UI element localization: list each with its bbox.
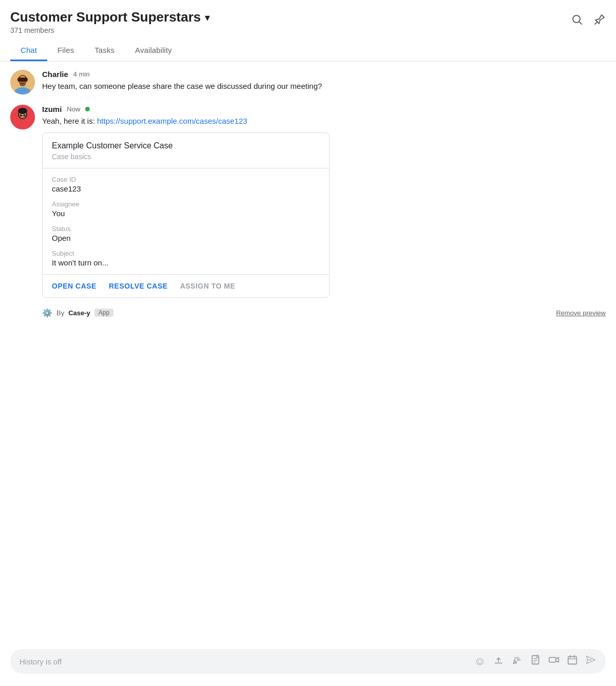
charlie-name: Charlie (42, 70, 68, 79)
svg-point-21 (20, 115, 21, 116)
remove-preview-link[interactable]: Remove preview (556, 309, 606, 317)
case-card-actions: OPEN CASE RESOLVE CASE ASSIGN TO ME (43, 275, 329, 297)
case-id-label: Case ID (52, 176, 320, 183)
group-name: Customer Support Superstars (10, 9, 201, 25)
izumi-text-prefix: Yeah, here it is: (42, 117, 97, 125)
app-badge: App (94, 309, 113, 317)
bottom-bar-wrap: History is off ☺ (0, 641, 616, 686)
header-title: Customer Support Superstars ▾ (10, 9, 210, 25)
svg-point-11 (24, 80, 25, 81)
svg-rect-24 (532, 656, 539, 664)
svg-rect-8 (17, 78, 28, 82)
by-prefix: By (56, 309, 64, 317)
charlie-avatar-img (10, 70, 35, 94)
charlie-time: 4 min (73, 70, 90, 78)
header-icons (571, 13, 606, 26)
calendar-icon[interactable] (567, 654, 578, 669)
send-button[interactable] (585, 654, 596, 669)
svg-rect-29 (568, 657, 577, 664)
case-link[interactable]: https://support.example.com/cases/case12… (97, 117, 247, 125)
case-card-title: Example Customer Service Case (52, 141, 320, 150)
header-left: Customer Support Superstars ▾ 371 member… (10, 9, 210, 34)
svg-rect-23 (495, 663, 503, 664)
docs-icon[interactable] (530, 654, 541, 669)
subject-label: Subject (52, 250, 320, 257)
tab-availability[interactable]: Availability (125, 41, 182, 61)
pin-button[interactable] (593, 13, 606, 26)
case-field-id: Case ID case123 (52, 176, 320, 193)
status-value: Open (52, 234, 320, 242)
tab-chat[interactable]: Chat (10, 41, 47, 61)
tab-tasks[interactable]: Tasks (84, 41, 125, 61)
assignee-value: You (52, 209, 320, 218)
bottom-bar-icons: ☺ (474, 654, 596, 669)
izumi-message-body: Izumi Now Yeah, here it is: https://supp… (42, 105, 330, 298)
drive-icon[interactable] (511, 654, 523, 669)
header: Customer Support Superstars ▾ 371 member… (0, 0, 616, 34)
subject-value: It won't turn on... (52, 258, 320, 267)
svg-point-9 (20, 82, 26, 86)
assign-to-me-button[interactable]: ASSIGN TO ME (180, 282, 236, 290)
tab-files[interactable]: Files (47, 41, 84, 61)
avatar-izumi (10, 105, 35, 129)
svg-line-1 (580, 22, 582, 25)
members-count: 371 members (10, 26, 210, 34)
tabs: Chat Files Tasks Availability (0, 41, 616, 62)
svg-point-22 (24, 115, 25, 116)
charlie-text: Hey team, can someone please share the c… (42, 81, 322, 92)
upload-icon[interactable] (493, 654, 504, 669)
avatar-charlie (10, 70, 35, 94)
resolve-case-button[interactable]: RESOLVE CASE (109, 282, 168, 290)
message-charlie: Charlie 4 min Hey team, can someone plea… (10, 70, 606, 94)
case-card-header: Example Customer Service Case Case basic… (43, 133, 329, 168)
svg-point-20 (19, 109, 26, 114)
message-izumi: Izumi Now Yeah, here it is: https://supp… (10, 105, 606, 298)
case-field-status: Status Open (52, 225, 320, 242)
case-id-value: case123 (52, 184, 320, 193)
izumi-avatar-img (10, 105, 35, 129)
pin-icon (593, 13, 606, 26)
status-label: Status (52, 225, 320, 233)
message-input-placeholder[interactable]: History is off (20, 657, 467, 666)
video-icon[interactable] (548, 654, 560, 669)
bottom-bar: History is off ☺ (10, 649, 606, 674)
search-icon (571, 13, 583, 26)
case-field-subject: Subject It won't turn on... (52, 250, 320, 267)
izumi-name: Izumi (42, 105, 62, 113)
chat-area: Charlie 4 min Hey team, can someone plea… (0, 62, 616, 326)
case-card: Example Customer Service Case Case basic… (42, 132, 330, 298)
izumi-message-header: Izumi Now (42, 105, 330, 113)
case-card-body: Case ID case123 Assignee You Status Open… (43, 168, 329, 275)
search-button[interactable] (571, 13, 583, 26)
svg-rect-28 (549, 657, 556, 662)
case-card-subtitle: Case basics (52, 153, 320, 161)
svg-point-10 (20, 80, 21, 81)
izumi-time: Now (67, 105, 80, 113)
dropdown-icon[interactable]: ▾ (205, 11, 210, 24)
svg-line-2 (595, 22, 598, 24)
charlie-message-body: Charlie 4 min Hey team, can someone plea… (42, 70, 322, 94)
assignee-label: Assignee (52, 200, 320, 208)
charlie-message-header: Charlie 4 min (42, 70, 322, 79)
by-casey-row: ⚙️ By Case-y App Remove preview (42, 308, 606, 318)
emoji-icon[interactable]: ☺ (474, 655, 486, 668)
izumi-text: Yeah, here it is: https://support.exampl… (42, 116, 330, 127)
casey-icon: ⚙️ (42, 308, 52, 318)
casey-name: Case-y (68, 309, 90, 317)
online-indicator (85, 107, 90, 111)
open-case-button[interactable]: OPEN CASE (52, 282, 97, 290)
case-field-assignee: Assignee You (52, 200, 320, 218)
